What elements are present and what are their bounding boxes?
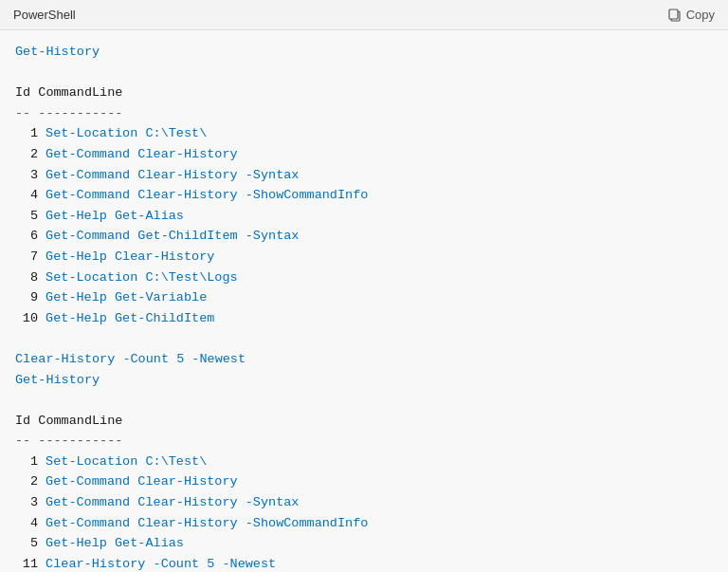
table1-cmd-header: CommandLine bbox=[38, 85, 122, 100]
spacer-2 bbox=[15, 328, 713, 349]
table-row: 9 Get-Help Get-Variable bbox=[15, 287, 713, 308]
table-row: 5 Get-Help Get-Alias bbox=[15, 533, 713, 554]
header-bar: PowerShell Copy bbox=[0, 0, 728, 30]
table-row: 3 Get-Command Clear-History -Syntax bbox=[15, 492, 713, 513]
table-row: 11 Clear-History -Count 5 -Newest bbox=[15, 554, 713, 572]
table-row: 1 Set-Location C:\Test\ bbox=[15, 123, 713, 144]
table-row: 8 Set-Location C:\Test\Logs bbox=[15, 268, 713, 288]
command-get-history-2: Get-History bbox=[15, 370, 713, 391]
window-title: PowerShell bbox=[13, 8, 76, 22]
table2-header: Id CommandLine bbox=[15, 411, 713, 432]
table2-id-header: Id bbox=[15, 414, 30, 428]
table-row: 1 Set-Location C:\Test\ bbox=[15, 452, 713, 472]
spacer-3 bbox=[15, 390, 713, 411]
table-row: 10 Get-Help Get-ChildItem bbox=[15, 308, 713, 329]
table-row: 5 Get-Help Get-Alias bbox=[15, 206, 713, 227]
powershell-content: Get-History Id CommandLine -- ----------… bbox=[0, 30, 728, 572]
table-row: 4 Get-Command Clear-History -ShowCommand… bbox=[15, 185, 713, 206]
table-row: 2 Get-Command Clear-History bbox=[15, 471, 713, 492]
copy-icon bbox=[668, 9, 682, 22]
table1-separator: -- ----------- bbox=[15, 103, 713, 124]
table2-separator: -- ----------- bbox=[15, 431, 713, 452]
table1-header: Id CommandLine bbox=[15, 83, 713, 103]
table-row: 4 Get-Command Clear-History -ShowCommand… bbox=[15, 513, 713, 534]
table1-id-header: Id bbox=[15, 85, 30, 100]
copy-label: Copy bbox=[686, 8, 715, 22]
copy-button[interactable]: Copy bbox=[668, 8, 715, 22]
svg-rect-1 bbox=[669, 9, 678, 19]
table-row: 6 Get-Command Get-ChildItem -Syntax bbox=[15, 226, 713, 247]
command-clear-history: Clear-History -Count 5 -Newest bbox=[15, 349, 713, 370]
table-row: 7 Get-Help Clear-History bbox=[15, 247, 713, 268]
spacer-1 bbox=[15, 63, 713, 83]
command-get-history-1: Get-History bbox=[15, 42, 713, 63]
table2-cmd-header: CommandLine bbox=[38, 414, 122, 428]
table-row: 3 Get-Command Clear-History -Syntax bbox=[15, 165, 713, 186]
table-row: 2 Get-Command Clear-History bbox=[15, 144, 713, 165]
